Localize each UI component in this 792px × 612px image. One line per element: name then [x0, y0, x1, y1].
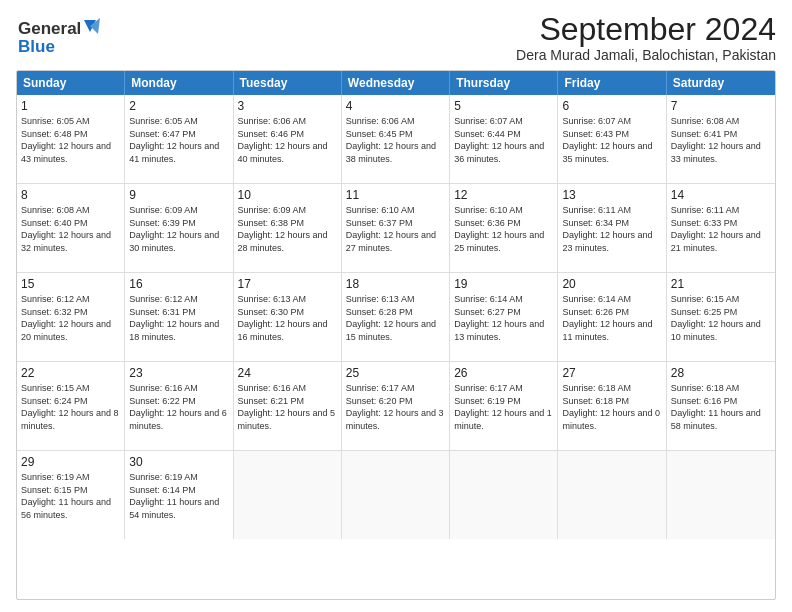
header-friday: Friday: [558, 71, 666, 95]
cell-info: Sunrise: 6:12 AM Sunset: 6:32 PM Dayligh…: [21, 293, 120, 343]
cell-5-wed: [342, 451, 450, 539]
cell-1-tue: 3 Sunrise: 6:06 AM Sunset: 6:46 PM Dayli…: [234, 95, 342, 183]
day-number: 30: [129, 454, 228, 470]
cell-info: Sunrise: 6:15 AM Sunset: 6:25 PM Dayligh…: [671, 293, 771, 343]
cell-1-mon: 2 Sunrise: 6:05 AM Sunset: 6:47 PM Dayli…: [125, 95, 233, 183]
day-number: 23: [129, 365, 228, 381]
day-number: 9: [129, 187, 228, 203]
cell-info: Sunrise: 6:05 AM Sunset: 6:48 PM Dayligh…: [21, 115, 120, 165]
day-number: 27: [562, 365, 661, 381]
day-number: 6: [562, 98, 661, 114]
day-number: 21: [671, 276, 771, 292]
cell-info: Sunrise: 6:16 AM Sunset: 6:22 PM Dayligh…: [129, 382, 228, 432]
cell-info: Sunrise: 6:10 AM Sunset: 6:36 PM Dayligh…: [454, 204, 553, 254]
cell-2-sat: 14 Sunrise: 6:11 AM Sunset: 6:33 PM Dayl…: [667, 184, 775, 272]
cell-1-sat: 7 Sunrise: 6:08 AM Sunset: 6:41 PM Dayli…: [667, 95, 775, 183]
cell-4-fri: 27 Sunrise: 6:18 AM Sunset: 6:18 PM Dayl…: [558, 362, 666, 450]
day-number: 10: [238, 187, 337, 203]
cell-info: Sunrise: 6:09 AM Sunset: 6:38 PM Dayligh…: [238, 204, 337, 254]
calendar: Sunday Monday Tuesday Wednesday Thursday…: [16, 70, 776, 600]
cell-4-tue: 24 Sunrise: 6:16 AM Sunset: 6:21 PM Dayl…: [234, 362, 342, 450]
day-number: 28: [671, 365, 771, 381]
day-number: 8: [21, 187, 120, 203]
header: General Blue September 2024 Dera Murad J…: [16, 12, 776, 64]
header-sunday: Sunday: [17, 71, 125, 95]
cell-3-wed: 18 Sunrise: 6:13 AM Sunset: 6:28 PM Dayl…: [342, 273, 450, 361]
header-thursday: Thursday: [450, 71, 558, 95]
cell-5-sun: 29 Sunrise: 6:19 AM Sunset: 6:15 PM Dayl…: [17, 451, 125, 539]
cell-5-sat: [667, 451, 775, 539]
day-number: 25: [346, 365, 445, 381]
week-row-1: 1 Sunrise: 6:05 AM Sunset: 6:48 PM Dayli…: [17, 95, 775, 184]
cell-info: Sunrise: 6:10 AM Sunset: 6:37 PM Dayligh…: [346, 204, 445, 254]
cell-2-tue: 10 Sunrise: 6:09 AM Sunset: 6:38 PM Dayl…: [234, 184, 342, 272]
svg-text:Blue: Blue: [18, 37, 55, 56]
logo: General Blue: [16, 12, 106, 64]
cell-info: Sunrise: 6:13 AM Sunset: 6:28 PM Dayligh…: [346, 293, 445, 343]
cell-info: Sunrise: 6:17 AM Sunset: 6:20 PM Dayligh…: [346, 382, 445, 432]
cell-3-fri: 20 Sunrise: 6:14 AM Sunset: 6:26 PM Dayl…: [558, 273, 666, 361]
cell-info: Sunrise: 6:14 AM Sunset: 6:26 PM Dayligh…: [562, 293, 661, 343]
cell-info: Sunrise: 6:19 AM Sunset: 6:14 PM Dayligh…: [129, 471, 228, 521]
calendar-body: 1 Sunrise: 6:05 AM Sunset: 6:48 PM Dayli…: [17, 95, 775, 539]
day-number: 24: [238, 365, 337, 381]
day-number: 26: [454, 365, 553, 381]
cell-2-mon: 9 Sunrise: 6:09 AM Sunset: 6:39 PM Dayli…: [125, 184, 233, 272]
cell-1-fri: 6 Sunrise: 6:07 AM Sunset: 6:43 PM Dayli…: [558, 95, 666, 183]
cell-4-thu: 26 Sunrise: 6:17 AM Sunset: 6:19 PM Dayl…: [450, 362, 558, 450]
cell-3-sun: 15 Sunrise: 6:12 AM Sunset: 6:32 PM Dayl…: [17, 273, 125, 361]
cell-info: Sunrise: 6:18 AM Sunset: 6:18 PM Dayligh…: [562, 382, 661, 432]
cell-4-sat: 28 Sunrise: 6:18 AM Sunset: 6:16 PM Dayl…: [667, 362, 775, 450]
cell-4-wed: 25 Sunrise: 6:17 AM Sunset: 6:20 PM Dayl…: [342, 362, 450, 450]
day-number: 20: [562, 276, 661, 292]
cell-info: Sunrise: 6:16 AM Sunset: 6:21 PM Dayligh…: [238, 382, 337, 432]
day-number: 5: [454, 98, 553, 114]
cell-2-sun: 8 Sunrise: 6:08 AM Sunset: 6:40 PM Dayli…: [17, 184, 125, 272]
cell-info: Sunrise: 6:12 AM Sunset: 6:31 PM Dayligh…: [129, 293, 228, 343]
cell-info: Sunrise: 6:11 AM Sunset: 6:33 PM Dayligh…: [671, 204, 771, 254]
cell-info: Sunrise: 6:18 AM Sunset: 6:16 PM Dayligh…: [671, 382, 771, 432]
cell-info: Sunrise: 6:13 AM Sunset: 6:30 PM Dayligh…: [238, 293, 337, 343]
cell-info: Sunrise: 6:07 AM Sunset: 6:44 PM Dayligh…: [454, 115, 553, 165]
cell-5-tue: [234, 451, 342, 539]
day-number: 22: [21, 365, 120, 381]
cell-info: Sunrise: 6:06 AM Sunset: 6:46 PM Dayligh…: [238, 115, 337, 165]
calendar-header: Sunday Monday Tuesday Wednesday Thursday…: [17, 71, 775, 95]
day-number: 12: [454, 187, 553, 203]
day-number: 14: [671, 187, 771, 203]
logo-text: General Blue: [16, 12, 106, 64]
header-wednesday: Wednesday: [342, 71, 450, 95]
day-number: 7: [671, 98, 771, 114]
cell-info: Sunrise: 6:08 AM Sunset: 6:40 PM Dayligh…: [21, 204, 120, 254]
cell-info: Sunrise: 6:19 AM Sunset: 6:15 PM Dayligh…: [21, 471, 120, 521]
day-number: 15: [21, 276, 120, 292]
title-block: September 2024 Dera Murad Jamali, Baloch…: [516, 12, 776, 63]
cell-2-fri: 13 Sunrise: 6:11 AM Sunset: 6:34 PM Dayl…: [558, 184, 666, 272]
day-number: 17: [238, 276, 337, 292]
cell-3-thu: 19 Sunrise: 6:14 AM Sunset: 6:27 PM Dayl…: [450, 273, 558, 361]
cell-info: Sunrise: 6:08 AM Sunset: 6:41 PM Dayligh…: [671, 115, 771, 165]
cell-info: Sunrise: 6:15 AM Sunset: 6:24 PM Dayligh…: [21, 382, 120, 432]
cell-2-thu: 12 Sunrise: 6:10 AM Sunset: 6:36 PM Dayl…: [450, 184, 558, 272]
day-number: 18: [346, 276, 445, 292]
header-saturday: Saturday: [667, 71, 775, 95]
svg-text:General: General: [18, 19, 81, 38]
header-monday: Monday: [125, 71, 233, 95]
page: General Blue September 2024 Dera Murad J…: [0, 0, 792, 612]
week-row-4: 22 Sunrise: 6:15 AM Sunset: 6:24 PM Dayl…: [17, 362, 775, 451]
day-number: 13: [562, 187, 661, 203]
week-row-5: 29 Sunrise: 6:19 AM Sunset: 6:15 PM Dayl…: [17, 451, 775, 539]
week-row-2: 8 Sunrise: 6:08 AM Sunset: 6:40 PM Dayli…: [17, 184, 775, 273]
day-number: 2: [129, 98, 228, 114]
header-tuesday: Tuesday: [234, 71, 342, 95]
cell-info: Sunrise: 6:09 AM Sunset: 6:39 PM Dayligh…: [129, 204, 228, 254]
cell-3-tue: 17 Sunrise: 6:13 AM Sunset: 6:30 PM Dayl…: [234, 273, 342, 361]
day-number: 1: [21, 98, 120, 114]
day-number: 3: [238, 98, 337, 114]
cell-info: Sunrise: 6:05 AM Sunset: 6:47 PM Dayligh…: [129, 115, 228, 165]
cell-4-sun: 22 Sunrise: 6:15 AM Sunset: 6:24 PM Dayl…: [17, 362, 125, 450]
cell-3-mon: 16 Sunrise: 6:12 AM Sunset: 6:31 PM Dayl…: [125, 273, 233, 361]
day-number: 29: [21, 454, 120, 470]
week-row-3: 15 Sunrise: 6:12 AM Sunset: 6:32 PM Dayl…: [17, 273, 775, 362]
day-number: 11: [346, 187, 445, 203]
